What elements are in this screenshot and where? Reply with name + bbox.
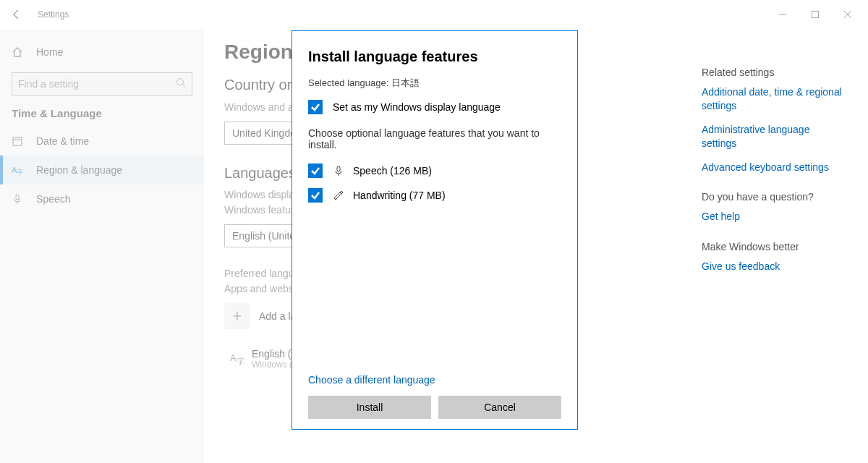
sidebar-item-label: Speech [36,193,70,205]
better-heading: Make Windows better [702,241,846,252]
link-give-feedback[interactable]: Give us feedback [702,260,846,273]
search-input[interactable] [18,78,186,90]
search-box[interactable] [12,72,192,95]
svg-text:A: A [230,352,237,363]
handwriting-icon [333,190,344,201]
close-icon [844,11,851,18]
sidebar: Home Time & Language Date & time A字 Regi… [0,29,204,463]
install-button[interactable]: Install [308,396,431,419]
language-icon: A字 [224,345,252,373]
language-icon: A字 [12,164,25,176]
link-administrative-language[interactable]: Administrative language settings [702,123,846,150]
checkbox-checked-icon [308,163,323,178]
svg-rect-10 [16,195,19,200]
install-language-modal: Install language features Selected langu… [292,30,578,430]
right-column: Related settings Additional date, time &… [702,67,846,284]
related-settings-heading: Related settings [702,67,846,78]
checkbox-handwriting[interactable]: Handwriting (77 MB) [308,188,561,203]
set-display-label: Set as my Windows display language [333,101,501,113]
sidebar-item-label: Region & language [36,164,122,176]
svg-rect-6 [13,137,22,145]
plus-icon: + [224,303,250,329]
link-get-help[interactable]: Get help [702,210,846,224]
question-heading: Do you have a question? [702,191,846,203]
home-icon [12,46,25,58]
svg-text:字: 字 [17,169,23,176]
sidebar-item-label: Date & time [36,135,89,147]
choose-features-text: Choose optional language features that y… [308,127,561,150]
svg-rect-1 [812,12,818,18]
arrow-left-icon [11,9,22,20]
modal-title: Install language features [308,48,561,65]
selected-language-line: Selected language: 日本語 [308,77,561,90]
sidebar-item-region-language[interactable]: A字 Region & language [0,156,204,184]
link-additional-date-time[interactable]: Additional date, time & regional setting… [702,85,846,113]
link-advanced-keyboard[interactable]: Advanced keyboard settings [702,161,846,174]
checkbox-checked-icon [308,188,323,203]
maximize-icon [812,11,819,18]
home-nav[interactable]: Home [0,38,204,67]
microphone-icon [12,193,25,205]
calendar-icon [12,135,25,147]
choose-different-language-link[interactable]: Choose a different language [308,374,561,386]
checkbox-checked-icon [308,100,323,114]
minimize-icon [779,11,786,18]
microphone-icon [333,165,344,177]
handwriting-label: Handwriting (77 MB) [353,190,446,201]
sidebar-item-date-time[interactable]: Date & time [0,127,204,156]
checkbox-speech[interactable]: Speech (126 MB) [308,163,561,178]
svg-rect-13 [337,166,340,171]
svg-point-4 [177,79,184,85]
home-label: Home [36,46,63,58]
search-icon [176,77,186,90]
back-button[interactable] [0,9,33,20]
cancel-button[interactable]: Cancel [438,396,561,419]
modal-button-row: Install Cancel [308,396,561,419]
window-title: Settings [38,9,69,20]
checkbox-set-display-language[interactable]: Set as my Windows display language [308,100,561,114]
svg-line-5 [183,85,186,88]
speech-label: Speech (126 MB) [353,165,432,177]
svg-text:字: 字 [237,357,244,365]
sidebar-section-title: Time & Language [0,106,204,127]
sidebar-item-speech[interactable]: Speech [0,184,204,213]
